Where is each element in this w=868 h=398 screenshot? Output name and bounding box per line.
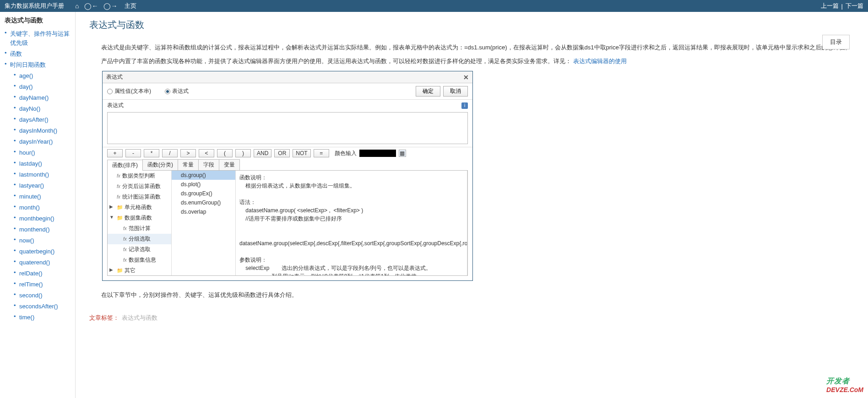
sidebar-subitem[interactable]: minute() [19, 193, 41, 200]
sidebar-subitem[interactable]: dayNo() [19, 105, 40, 112]
sidebar-subitem[interactable]: monthbegin() [19, 215, 54, 222]
intro-paragraph-1: 表达式是由关键字、运算符和函数组成的计算公式，报表运算过程中，会解析表达式并运算… [89, 43, 854, 53]
sidebar-subitem[interactable]: quaterend() [19, 259, 50, 266]
operator-button[interactable]: < [199, 149, 214, 157]
operator-button[interactable]: / [162, 149, 178, 157]
operator-button[interactable]: AND [254, 149, 271, 157]
cancel-button[interactable]: 取消 [443, 86, 468, 97]
color-swatch[interactable] [359, 150, 396, 157]
nav-forward-icon[interactable]: ◯→ [103, 2, 117, 10]
header-bar: 集力数据系统用户手册 ⌂ ◯← ◯→ 主页 上一篇 | 下一篇 [0, 0, 868, 12]
tree-item[interactable]: 统计图运算函数 [108, 192, 171, 202]
home-icon[interactable]: ⌂ [75, 2, 79, 10]
expression-dialog: 表达式 ✕ 属性值(文本串) 表达式 确定 取消 表达式 i [102, 71, 473, 281]
sidebar-subitem[interactable]: secondsAfter() [19, 303, 58, 310]
color-input-label: 颜色输入 [335, 150, 357, 157]
function-list-panel: ds.group()ds.plot()ds.groupEx()ds.enumGr… [172, 171, 236, 275]
operator-row: +-*/><()ANDORNOT=颜色输入▦ [103, 147, 472, 159]
sidebar-subitem[interactable]: daysInMonth() [19, 127, 57, 134]
sidebar-subitem[interactable]: second() [19, 292, 43, 299]
operator-button[interactable]: * [144, 149, 159, 157]
sidebar-subitem[interactable]: relTime() [19, 281, 43, 288]
sidebar-subitem[interactable]: quaterbegin() [19, 248, 54, 255]
color-add-button[interactable]: ▦ [399, 150, 406, 157]
content: 表达式与函数 目录 表达式是由关键字、运算符和函数组成的计算公式，报表运算过程中… [76, 12, 868, 398]
header-right-nav: 上一篇 | 下一篇 [821, 0, 863, 12]
sidebar-title: 表达式与函数 [5, 16, 75, 25]
article-tags: 文章标签：表达式与函数 [89, 314, 854, 322]
tree-item[interactable]: ▶其它 [108, 265, 171, 275]
sidebar-subitem[interactable]: lastmonth() [19, 171, 49, 178]
next-article-link[interactable]: 下一篇 [846, 2, 863, 10]
tree-item[interactable]: 分页后运算函数 [108, 181, 171, 192]
sidebar-subitem[interactable]: time() [19, 314, 34, 321]
intro-paragraph-2: 产品中内置了丰富的函数实现各种功能，并提供了表达式编辑器界面方便用户的使用。灵活… [89, 56, 854, 66]
sidebar-subitem[interactable]: month() [19, 204, 40, 211]
sidebar-item[interactable]: 函数 [10, 50, 22, 57]
radio-icon [107, 89, 113, 94]
nav-back-icon[interactable]: ◯← [84, 2, 98, 10]
dialog-tab[interactable]: 变量 [219, 159, 240, 170]
radio-expression[interactable]: 表达式 [165, 87, 189, 95]
tree-item[interactable]: 范围计算 [108, 223, 171, 234]
sidebar-subitem[interactable]: age() [19, 72, 33, 79]
operator-button[interactable]: OR [274, 149, 290, 157]
expression-textarea[interactable] [107, 112, 468, 144]
ok-button[interactable]: 确定 [416, 86, 440, 97]
operator-button[interactable]: > [180, 149, 196, 157]
radio-property-value[interactable]: 属性值(文本串) [107, 87, 151, 95]
dialog-tab[interactable]: 字段 [198, 159, 219, 170]
operator-button[interactable]: NOT [293, 149, 310, 157]
tree-item[interactable]: 记录选取 [108, 244, 171, 255]
sidebar-item[interactable]: 时间日期函数 [10, 61, 46, 68]
toc-button[interactable]: 目录 [822, 35, 850, 49]
function-list-item[interactable]: ds.plot() [172, 180, 235, 189]
sidebar-subitem[interactable]: lastday() [19, 160, 42, 167]
function-list-item[interactable]: ds.groupEx() [172, 189, 235, 198]
sidebar-subitem[interactable]: dayName() [19, 94, 49, 101]
page-title: 表达式与函数 [89, 19, 854, 31]
dialog-tab[interactable]: 函数(分类) [142, 159, 178, 170]
editor-usage-link[interactable]: 表达式编辑器的使用 [573, 58, 627, 65]
tree-item[interactable]: 数据集信息 [108, 255, 171, 265]
dialog-title: 表达式 [106, 73, 123, 81]
operator-button[interactable]: ( [217, 149, 233, 157]
sidebar-subitem[interactable]: lastyear() [19, 182, 44, 189]
tree-item[interactable]: ▶单元格函数 [108, 202, 171, 213]
home-label[interactable]: 主页 [125, 2, 136, 10]
chevron-down-icon: ▼ [109, 215, 114, 220]
chevron-right-icon: ▶ [109, 267, 113, 272]
function-description-panel: 函数说明： 根据分组表达式，从数据集中选出一组组集。 语法： datasetNa… [236, 171, 467, 275]
sidebar-subitem[interactable]: now() [19, 237, 34, 244]
dialog-tab[interactable]: 常量 [178, 159, 199, 170]
tree-item[interactable]: 数据类型判断 [108, 171, 171, 181]
category-tree-panel: 数据类型判断分页后运算函数统计图运算函数▶单元格函数▼数据集函数范围计算分组选取… [108, 171, 172, 275]
sidebar-item[interactable]: 关键字、操作符与运算优先级 [10, 30, 70, 46]
tree-item[interactable]: 分组选取 [108, 234, 171, 244]
expression-section-label: 表达式 [107, 102, 124, 109]
dialog-tabs: 函数(排序)函数(分类)常量字段变量 [107, 159, 468, 171]
function-list-item[interactable]: ds.group() [172, 171, 235, 180]
sidebar-subitem[interactable]: monthend() [19, 226, 49, 233]
operator-button[interactable]: ) [235, 149, 251, 157]
info-icon[interactable]: i [461, 102, 468, 109]
dialog-titlebar: 表达式 ✕ [103, 71, 472, 83]
operator-button[interactable]: - [125, 149, 141, 157]
tree-item[interactable]: ▼数据集函数 [108, 213, 171, 223]
function-list-item[interactable]: ds.enumGroup() [172, 198, 235, 207]
sidebar-subitem[interactable]: day() [19, 83, 33, 90]
dialog-tab[interactable]: 函数(排序) [107, 160, 143, 171]
sidebar-subitem[interactable]: hour() [19, 149, 35, 156]
watermark: 开发者 DEVZE.CoM [826, 376, 863, 393]
app-title: 集力数据系统用户手册 [5, 2, 64, 10]
operator-button[interactable]: = [314, 149, 329, 157]
close-icon[interactable]: ✕ [463, 74, 469, 81]
chevron-right-icon: ▶ [109, 204, 113, 209]
function-list-item[interactable]: ds.overlap [172, 207, 235, 216]
sidebar: 表达式与函数 关键字、操作符与运算优先级函数时间日期函数age()day()da… [0, 12, 76, 398]
sidebar-subitem[interactable]: daysAfter() [19, 116, 49, 123]
operator-button[interactable]: + [107, 149, 123, 157]
prev-article-link[interactable]: 上一篇 [821, 2, 839, 10]
sidebar-subitem[interactable]: relDate() [19, 270, 43, 277]
sidebar-subitem[interactable]: daysInYear() [19, 138, 53, 145]
